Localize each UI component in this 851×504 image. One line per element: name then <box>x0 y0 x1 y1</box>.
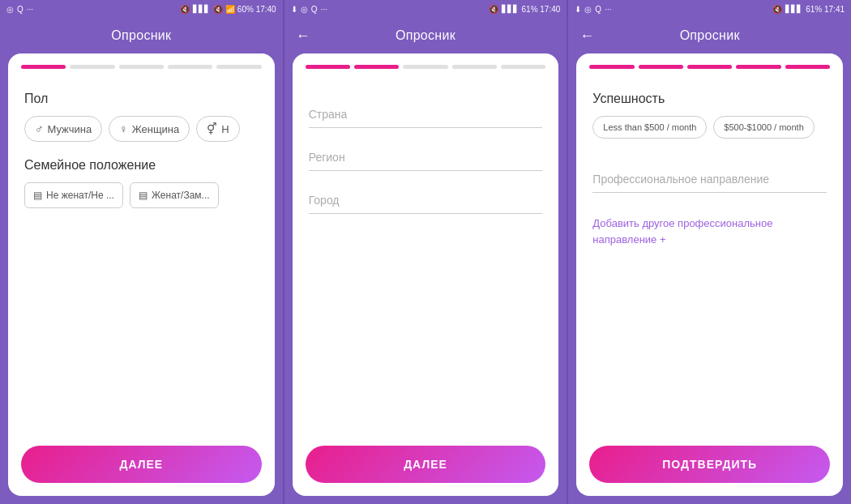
status-bar-3: ⬇ ◎ Q ··· 🔇 ▋▋▋ 61% 17:41 <box>568 0 851 18</box>
status-left-1: ◎ Q ··· <box>6 5 33 14</box>
female-label: Женщина <box>132 123 180 135</box>
phone-panel-3: ⬇ ◎ Q ··· 🔇 ▋▋▋ 61% 17:41 ← Опросник <box>568 0 851 504</box>
income-mid-chip[interactable]: $500-$1000 / month <box>713 116 814 139</box>
progress-seg-1-1 <box>21 65 66 69</box>
progress-seg-2-4 <box>452 65 497 69</box>
app-header-2: ← Опросник <box>284 18 567 53</box>
search-icon: Q <box>17 5 24 14</box>
phone-container: ◎ Q ··· 🔇 ▋▋▋ 🔇 📶 60% 17:40 Опросник <box>0 0 851 504</box>
more-icon: ··· <box>27 5 33 14</box>
status-right-2: 🔇 ▋▋▋ 61% 17:40 <box>489 5 561 14</box>
status-right-3: 🔇 ▋▋▋ 61% 17:41 <box>772 5 845 14</box>
gender-other-chip[interactable]: ⚥ Н <box>196 116 239 142</box>
mute-icon: 🔇 <box>180 5 190 14</box>
app-header-1: Опросник <box>0 18 283 53</box>
progress-seg-1-2 <box>70 65 114 69</box>
male-label: Мужчина <box>48 123 92 135</box>
app-header-3: ← Опросник <box>568 18 851 53</box>
phone-panel-2: ⬇ ◎ Q ··· 🔇 ▋▋▋ 61% 17:40 ← Опросник <box>284 0 567 504</box>
back-arrow-3[interactable]: ← <box>579 28 594 45</box>
download-icon-2: ⬇ <box>291 5 297 14</box>
download-icon-3: ⬇ <box>575 5 581 14</box>
progress-bar-2 <box>293 53 559 77</box>
card-1: Пол ♂ Мужчина ♀ Женщина ⚥ Н Семейное <box>8 53 275 496</box>
marital-options: ▤ Не женат/Не ... ▤ Женат/Зам... <box>24 182 259 208</box>
progress-seg-2-5 <box>501 65 545 69</box>
card-content-3: Успешность Less than $500 / month $500-$… <box>576 77 843 496</box>
progress-bar-1 <box>8 53 275 77</box>
progress-seg-3-5 <box>785 65 830 69</box>
marital-single-icon: ▤ <box>33 190 42 201</box>
header-title-1: Опросник <box>111 28 171 43</box>
signal-bars-3: ▋▋▋ <box>785 5 802 13</box>
battery-1: 🔇 📶 60% 17:40 <box>213 5 276 14</box>
progress-bar-3 <box>576 53 843 77</box>
progress-seg-2-1 <box>306 65 350 69</box>
status-left-2: ⬇ ◎ Q ··· <box>291 5 327 14</box>
profession-input[interactable] <box>592 166 827 193</box>
mute-icon-2: 🔇 <box>489 5 498 14</box>
mute-icon-3: 🔇 <box>772 5 782 14</box>
city-input[interactable] <box>309 187 543 214</box>
header-title-3: Опросник <box>680 28 740 43</box>
instagram-icon-3: ◎ <box>584 5 592 14</box>
progress-seg-1-4 <box>168 65 212 69</box>
marital-single-chip[interactable]: ▤ Не женат/Не ... <box>24 182 123 208</box>
signal-bars-2: ▋▋▋ <box>502 5 519 13</box>
status-left-3: ⬇ ◎ Q ··· <box>575 5 611 14</box>
marital-married-chip[interactable]: ▤ Женат/Зам... <box>130 182 219 208</box>
signal-bars: ▋▋▋ <box>193 5 210 13</box>
confirm-button[interactable]: ПОДТВЕРДИТЬ <box>589 446 830 483</box>
status-right-1: 🔇 ▋▋▋ 🔇 📶 60% 17:40 <box>180 5 276 14</box>
battery-2: 61% 17:40 <box>522 5 561 14</box>
instagram-icon: ◎ <box>6 5 14 14</box>
progress-seg-2-2 <box>354 65 399 69</box>
more-icon-3: ··· <box>605 5 611 14</box>
country-input[interactable] <box>309 101 543 128</box>
gender-male-chip[interactable]: ♂ Мужчина <box>24 116 102 142</box>
region-input[interactable] <box>309 144 543 171</box>
gender-options: ♂ Мужчина ♀ Женщина ⚥ Н <box>24 116 259 142</box>
next-button-2[interactable]: ДАЛЕЕ <box>306 446 546 483</box>
marital-married-label: Женат/Зам... <box>152 190 210 201</box>
marital-married-icon: ▤ <box>139 190 148 201</box>
search-icon-2: Q <box>311 5 318 14</box>
female-icon: ♀ <box>119 122 128 135</box>
other-gender-label: Н <box>221 123 229 135</box>
other-gender-icon: ⚥ <box>207 122 217 135</box>
more-icon-2: ··· <box>320 5 327 14</box>
instagram-icon-2: ◎ <box>301 5 308 14</box>
progress-seg-3-3 <box>687 65 732 69</box>
progress-seg-3-2 <box>639 65 683 69</box>
male-icon: ♂ <box>35 122 44 135</box>
back-arrow-2[interactable]: ← <box>296 28 310 45</box>
income-label: Успешность <box>592 92 827 106</box>
card-content-2 <box>293 77 559 496</box>
search-icon-3: Q <box>595 5 601 14</box>
battery-3: 61% 17:41 <box>806 5 845 14</box>
gender-female-chip[interactable]: ♀ Женщина <box>109 116 190 142</box>
marital-label: Семейное положение <box>24 158 259 173</box>
status-bar-2: ⬇ ◎ Q ··· 🔇 ▋▋▋ 61% 17:40 <box>284 0 567 18</box>
phone-panel-1: ◎ Q ··· 🔇 ▋▋▋ 🔇 📶 60% 17:40 Опросник <box>0 0 283 504</box>
progress-seg-3-4 <box>736 65 780 69</box>
card-2: ДАЛЕЕ <box>293 53 559 496</box>
progress-seg-3-1 <box>589 65 634 69</box>
progress-seg-1-3 <box>119 65 164 69</box>
progress-seg-2-3 <box>403 65 447 69</box>
card-content-1: Пол ♂ Мужчина ♀ Женщина ⚥ Н Семейное <box>8 77 275 496</box>
next-button-1[interactable]: ДАЛЕЕ <box>21 446 262 483</box>
gender-label: Пол <box>24 92 259 106</box>
header-title-2: Опросник <box>396 28 455 43</box>
add-profession-link[interactable]: Добавить другое профессиональное направл… <box>592 216 827 247</box>
income-low-chip[interactable]: Less than $500 / month <box>592 116 707 139</box>
card-3: Успешность Less than $500 / month $500-$… <box>576 53 843 496</box>
status-bar-1: ◎ Q ··· 🔇 ▋▋▋ 🔇 📶 60% 17:40 <box>0 0 283 18</box>
marital-single-label: Не женат/Не ... <box>46 190 114 201</box>
income-options: Less than $500 / month $500-$1000 / mont… <box>592 116 827 139</box>
progress-seg-1-5 <box>216 65 261 69</box>
